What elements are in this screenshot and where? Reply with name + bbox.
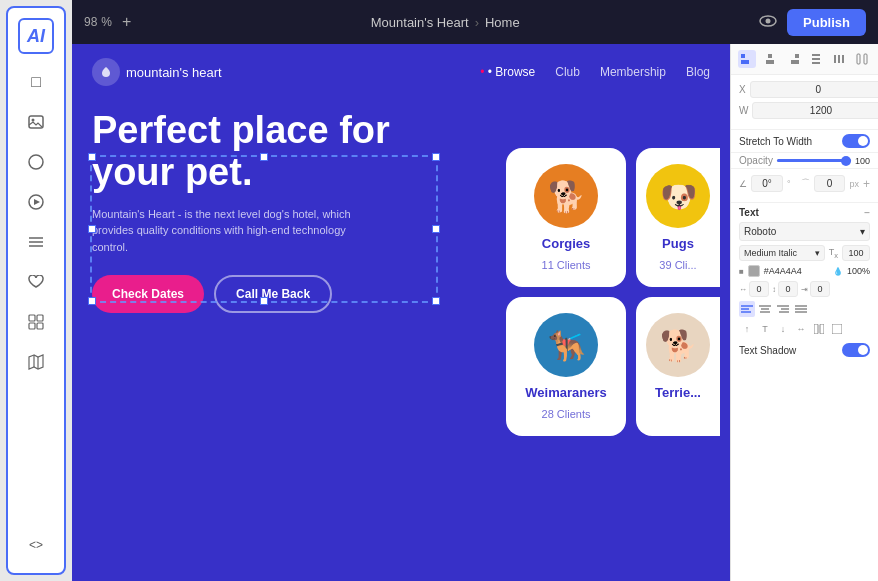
dog-card-weimaraners[interactable]: 🐕‍🦺 Weimaraners 28 Clients [506, 297, 626, 436]
play-icon[interactable] [18, 184, 54, 220]
font-dropdown-icon: ▾ [860, 226, 865, 237]
stretch-label: Stretch To Width [739, 136, 812, 147]
svg-rect-22 [812, 54, 820, 56]
text-section-label: Text [739, 207, 759, 218]
distribute-space-icon[interactable] [853, 50, 871, 68]
font-size-input[interactable] [842, 245, 870, 261]
opacity-label: Opacity [739, 155, 773, 166]
svg-rect-10 [29, 323, 35, 329]
valign-top-button[interactable]: ↑ [739, 321, 755, 337]
valign-middle-button[interactable]: T [757, 321, 773, 337]
nav-browse[interactable]: • Browse [480, 65, 535, 79]
add-page-button[interactable]: + [122, 13, 131, 31]
svg-rect-28 [857, 54, 860, 64]
svg-point-15 [766, 19, 771, 24]
dog-card-corgies[interactable]: 🐕 Corgies 11 Clients [506, 148, 626, 287]
image-icon[interactable] [18, 104, 54, 140]
svg-rect-8 [29, 315, 35, 321]
gallery-icon[interactable] [18, 304, 54, 340]
zoom-control[interactable]: 98 % [84, 15, 112, 29]
align-right-distribute-icon[interactable] [784, 50, 802, 68]
ai-icon[interactable]: AI [18, 18, 54, 54]
align-center-button[interactable] [757, 301, 773, 317]
site-name: Mountain's Heart [371, 15, 469, 30]
dog-avatar-terriers: 🐕 [646, 313, 710, 377]
svg-rect-16 [741, 54, 745, 58]
oval-icon[interactable] [18, 144, 54, 180]
line-height-input[interactable] [778, 281, 798, 297]
font-size-label: Tx [829, 247, 838, 260]
curve-unit: px [849, 179, 859, 189]
indent-input[interactable] [810, 281, 830, 297]
text-section-collapse[interactable]: − [864, 207, 870, 218]
dog-card-pugs[interactable]: 🐶 Pugs 39 Cli... [636, 148, 720, 287]
dog-cards-container: 🐕 Corgies 11 Clients 🐶 Pugs [506, 148, 720, 436]
canvas[interactable]: mountain's heart • Browse Club Membershi… [72, 44, 730, 581]
check-dates-button[interactable]: Check Dates [92, 275, 204, 313]
svg-rect-11 [37, 323, 43, 329]
align-justify-button[interactable] [793, 301, 809, 317]
curve-add-icon[interactable]: + [863, 177, 870, 191]
nav-membership[interactable]: Membership [600, 65, 666, 79]
dog-name-terriers: Terrie... [655, 385, 701, 400]
canvas-area: mountain's heart • Browse Club Membershi… [72, 44, 878, 581]
font-style-selector[interactable]: Medium Italic ▾ [739, 245, 825, 261]
align-left-button[interactable] [739, 301, 755, 317]
svg-marker-4 [34, 199, 40, 205]
font-name: Roboto [744, 226, 776, 237]
opacity-slider[interactable] [777, 159, 851, 162]
dog-card-terriers[interactable]: 🐕 Terrie... [636, 297, 720, 436]
svg-rect-19 [766, 60, 774, 64]
svg-rect-44 [832, 324, 842, 334]
curve-input[interactable] [814, 175, 846, 192]
layers-icon[interactable] [18, 224, 54, 260]
nav-blog[interactable]: Blog [686, 65, 710, 79]
w-label: W [739, 105, 748, 116]
distribute-vertical-icon[interactable] [807, 50, 825, 68]
main-area: 98 % + Mountain's Heart › Home Publish [72, 0, 878, 581]
valign-bottom-button[interactable]: ↓ [775, 321, 791, 337]
x-input[interactable] [750, 81, 878, 98]
font-selector[interactable]: Roboto ▾ [739, 222, 870, 241]
letter-spacing-input[interactable] [749, 281, 769, 297]
panel-toolbar [731, 44, 878, 75]
text-shadow-row: Text Shadow [731, 339, 878, 361]
align-center-distribute-icon[interactable] [761, 50, 779, 68]
text-link-button[interactable]: ↔ [793, 321, 809, 337]
color-row: ■ #A4A4A4 💧 100% [731, 263, 878, 279]
svg-rect-29 [864, 54, 867, 64]
valign-row: ↑ T ↓ ↔ [731, 319, 878, 339]
preview-content: Perfect place for your pet. Mountain's H… [72, 100, 730, 581]
transform-section: ∠ ° ⌒ px + [731, 169, 878, 203]
text-shadow-toggle[interactable] [842, 343, 870, 357]
logo-icon [92, 58, 120, 86]
logo: mountain's heart [92, 58, 222, 86]
align-right-button[interactable] [775, 301, 791, 317]
dog-clients-pugs: 39 Cli... [659, 259, 696, 271]
indent-icon: ⇥ [801, 285, 808, 294]
text-columns-button[interactable] [811, 321, 827, 337]
heart-icon[interactable] [18, 264, 54, 300]
publish-button[interactable]: Publish [787, 9, 866, 36]
align-left-distribute-icon[interactable] [738, 50, 756, 68]
square-icon[interactable]: □ [18, 64, 54, 100]
distribute-horizontal-icon[interactable] [830, 50, 848, 68]
top-bar: 98 % + Mountain's Heart › Home Publish [72, 0, 878, 44]
nav-club[interactable]: Club [555, 65, 580, 79]
color-swatch[interactable] [748, 265, 760, 277]
line-height: ↕ [772, 281, 798, 297]
preview-icon[interactable] [759, 13, 777, 31]
text-shadow-label: Text Shadow [739, 345, 796, 356]
stretch-toggle[interactable] [842, 134, 870, 148]
call-me-back-button[interactable]: Call Me Back [214, 275, 332, 313]
map-icon[interactable] [18, 344, 54, 380]
line-height-icon: ↕ [772, 285, 776, 294]
w-input[interactable] [752, 102, 878, 119]
hero-description: Mountain's Heart - is the next level dog… [92, 206, 372, 256]
nav-links: • Browse Club Membership Blog [480, 65, 710, 79]
code-icon[interactable]: <> [18, 527, 54, 563]
opacity-row: Opacity 100 [731, 153, 878, 169]
text-align-row [731, 299, 878, 319]
angle-input[interactable] [751, 175, 783, 192]
text-frame-button[interactable] [829, 321, 845, 337]
